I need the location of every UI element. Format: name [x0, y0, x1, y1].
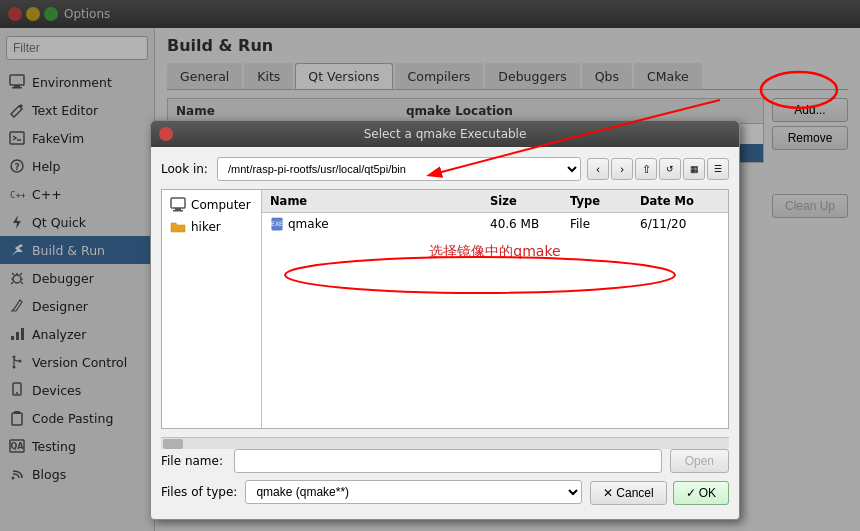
dialog-body: Look in: /mnt/rasp-pi-rootfs/usr/local/q…	[151, 147, 739, 519]
filename-label: File name:	[161, 454, 226, 468]
cancel-button[interactable]: ✕ Cancel	[590, 481, 666, 505]
file-list-header: Name Size Type Date Mo	[262, 190, 728, 213]
ok-button[interactable]: ✓ OK	[673, 481, 729, 505]
browser-item-computer[interactable]: Computer	[162, 194, 261, 216]
dialog-overlay: Select a qmake Executable Look in: /mnt/…	[0, 0, 860, 531]
fh-name: Name	[262, 192, 482, 210]
cancel-label: Cancel	[616, 486, 653, 500]
filetype-combo[interactable]: qmake (qmake**)	[245, 480, 582, 504]
nav-detail-button[interactable]: ☰	[707, 158, 729, 180]
look-in-label: Look in:	[161, 162, 211, 176]
fc-qmake-date: 6/11/20	[632, 216, 728, 232]
fc-qmake-name: EXE qmake	[262, 216, 482, 232]
filetype-row: Files of type: qmake (qmake**) ✕ Cancel …	[161, 479, 729, 505]
nav-forward-button[interactable]: ›	[611, 158, 633, 180]
fh-date: Date Mo	[632, 192, 728, 210]
nav-buttons: ‹ › ⇧ ↺ ▦ ☰	[587, 158, 729, 180]
fc-qmake-type: File	[562, 216, 632, 232]
file-browser: Computer hiker Name Size Type Date Mo	[161, 189, 729, 429]
dialog-close-button[interactable]	[159, 127, 173, 141]
browser-computer-label: Computer	[191, 198, 251, 212]
dialog-title: Select a qmake Executable	[364, 127, 527, 141]
look-in-combo[interactable]: /mnt/rasp-pi-rootfs/usr/local/qt5pi/bin	[217, 157, 581, 181]
ok-label: OK	[699, 486, 716, 500]
folder-icon	[170, 219, 186, 235]
filetype-label: Files of type:	[161, 485, 237, 499]
nav-refresh-button[interactable]: ↺	[659, 158, 681, 180]
dialog-window-buttons	[159, 127, 173, 141]
fc-qmake-size: 40.6 MB	[482, 216, 562, 232]
annotation-text: 选择镜像中的qmake	[262, 243, 728, 261]
filename-row: File name: Open	[161, 449, 729, 473]
filename-input[interactable]	[234, 449, 662, 473]
svg-rect-23	[173, 210, 183, 212]
nav-back-button[interactable]: ‹	[587, 158, 609, 180]
nav-view-button[interactable]: ▦	[683, 158, 705, 180]
svg-rect-21	[171, 198, 185, 208]
fh-type: Type	[562, 192, 632, 210]
computer-icon	[170, 197, 186, 213]
open-button[interactable]: Open	[670, 449, 729, 473]
options-window: Options Environment Text Editor	[0, 0, 860, 531]
file-row-qmake[interactable]: EXE qmake 40.6 MB File 6/11/20	[262, 213, 728, 235]
scrollbar-thumb	[163, 439, 183, 449]
select-qmake-dialog: Select a qmake Executable Look in: /mnt/…	[150, 120, 740, 520]
look-in-row: Look in: /mnt/rasp-pi-rootfs/usr/local/q…	[161, 157, 729, 181]
svg-text:EXE: EXE	[271, 220, 283, 227]
ok-check-icon: ✓	[686, 486, 696, 500]
browser-hiker-label: hiker	[191, 220, 221, 234]
dialog-title-bar: Select a qmake Executable	[151, 121, 739, 147]
svg-rect-22	[175, 208, 181, 210]
nav-up-button[interactable]: ⇧	[635, 158, 657, 180]
cancel-x-icon: ✕	[603, 486, 613, 500]
qmake-icon: EXE	[270, 217, 284, 231]
left-panel-browser: Computer hiker	[162, 190, 262, 428]
dialog-bottom-buttons: ✕ Cancel ✓ OK	[590, 481, 729, 505]
fh-size: Size	[482, 192, 562, 210]
browser-item-hiker[interactable]: hiker	[162, 216, 261, 238]
file-list: Name Size Type Date Mo EXE qmake 40.6 MB…	[262, 190, 728, 428]
scrollbar-h[interactable]	[161, 437, 729, 449]
